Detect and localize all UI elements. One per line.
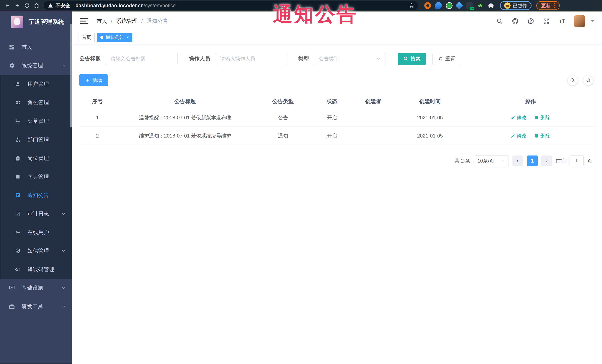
sidebar-item-online-users[interactable]: 在线用户 — [0, 223, 72, 242]
profile-paused-pill[interactable]: 已暂停 — [500, 1, 532, 10]
sidebar-item-audit-log[interactable]: 审计日志 — [0, 205, 72, 223]
security-warning-icon — [48, 3, 53, 8]
user-avatar[interactable] — [574, 15, 585, 27]
page-number-button[interactable]: 1 — [527, 156, 538, 166]
extension-switch-icon[interactable]: on — [466, 2, 473, 9]
breadcrumb-separator: / — [141, 18, 143, 24]
sidebar-item-notice-announcement[interactable]: 通知公告 — [0, 186, 72, 205]
tab-notice-announcement[interactable]: 通知公告 × — [97, 33, 132, 42]
search-button[interactable]: 搜索 — [398, 53, 426, 65]
refresh-icon — [586, 78, 591, 83]
sidebar-item-label: 用户管理 — [27, 80, 49, 88]
browser-forward-icon[interactable] — [13, 1, 22, 10]
sidebar-scrollbar[interactable] — [70, 24, 72, 127]
github-icon[interactable] — [512, 17, 519, 25]
table-row: 1 温馨提醒：2018-07-01 若依新版本发布啦 公告 开启 2021-01… — [79, 109, 595, 127]
security-warning-label: 不安全 — [56, 2, 70, 9]
chevron-down-icon — [61, 249, 66, 253]
notice-type-select[interactable]: 公告类型 — [314, 53, 386, 65]
address-bar[interactable]: 不安全 dashboard.yudao.iocoder.cn/system/no… — [44, 1, 419, 10]
sidebar-item-system-management[interactable]: 系统管理 — [0, 56, 72, 75]
extension-orange-ring-icon[interactable] — [424, 2, 431, 9]
notice-title-input[interactable] — [106, 53, 178, 65]
sidebar-item-dev-tools[interactable]: 研发工具 — [0, 297, 72, 316]
browser-reload-icon[interactable] — [23, 1, 31, 10]
sidebar-item-label: 首页 — [22, 43, 32, 51]
cell-title: 维护通知：2018-07-01 若依系统凌晨维护 — [116, 127, 255, 145]
pencil-icon — [511, 115, 515, 120]
prev-page-button[interactable] — [512, 156, 523, 166]
extension-sprout-icon[interactable]: ☘ — [477, 2, 484, 9]
sidebar-item-department-management[interactable]: 部门管理 — [0, 130, 72, 149]
sidebar-item-label: 基础设施 — [22, 284, 43, 292]
sidebar: 芋道管理系统 首页 系统管理 — [0, 11, 72, 364]
fullscreen-icon[interactable] — [543, 17, 550, 25]
delete-link[interactable]: 删除 — [534, 114, 550, 121]
sidebar-item-role-management[interactable]: 角色管理 — [0, 94, 72, 112]
chevron-down-icon — [61, 304, 66, 309]
sidebar-menu: 首页 系统管理 用户管理 — [0, 38, 72, 316]
font-size-icon[interactable]: тT — [558, 17, 566, 25]
hamburger-icon[interactable] — [80, 18, 88, 24]
sidebar-item-home[interactable]: 首页 — [0, 38, 72, 56]
breadcrumb: 首页 / 系统管理 / 通知公告 — [97, 17, 168, 25]
col-status: 状态 — [312, 94, 353, 109]
reset-button[interactable]: 重置 — [432, 53, 461, 65]
chevron-up-icon — [61, 63, 66, 68]
cell-created: 2021-01-05 — [394, 127, 466, 145]
org-tree-icon — [14, 137, 22, 143]
extension-blue-drop-icon[interactable] — [435, 2, 442, 9]
operator-input[interactable] — [215, 53, 287, 65]
sidebar-item-menu-management[interactable]: 菜单管理 — [0, 112, 72, 130]
next-page-button[interactable] — [541, 156, 552, 166]
chevron-down-icon — [501, 159, 505, 163]
toggle-search-button[interactable] — [568, 75, 578, 85]
bookmark-star-icon[interactable] — [409, 3, 414, 8]
sidebar-item-error-code-management[interactable]: 错误码管理 — [0, 260, 72, 279]
app-logo-row[interactable]: 芋道管理系统 — [0, 11, 72, 32]
delete-link[interactable]: 删除 — [534, 133, 550, 139]
sidebar-item-label: 在线用户 — [27, 229, 49, 236]
add-button[interactable]: 新增 — [79, 74, 108, 86]
system-submenu: 用户管理 角色管理 菜单管理 — [0, 75, 72, 279]
extensions-puzzle-icon[interactable] — [488, 2, 494, 9]
help-icon[interactable] — [527, 17, 535, 25]
browser-back-icon[interactable] — [3, 1, 12, 10]
cell-type: 通知 — [255, 127, 312, 145]
sidebar-item-label: 错误码管理 — [27, 266, 54, 273]
sidebar-item-user-management[interactable]: 用户管理 — [0, 75, 72, 94]
sidebar-item-label: 字典管理 — [27, 173, 49, 180]
notice-title-label: 公告标题 — [79, 55, 101, 62]
goto-page-input[interactable] — [570, 156, 584, 166]
operator-label: 操作人员 — [189, 55, 210, 62]
refresh-table-button[interactable] — [583, 75, 593, 85]
user-icon — [14, 81, 22, 87]
sidebar-item-post-management[interactable]: 岗位管理 — [0, 149, 72, 167]
edit-link[interactable]: 修改 — [511, 114, 527, 121]
browser-home-icon[interactable] — [32, 1, 41, 10]
audit-log-icon — [14, 211, 22, 217]
dashboard-icon — [8, 44, 16, 50]
col-index: 序号 — [79, 94, 116, 109]
tab-close-icon[interactable]: × — [126, 35, 129, 40]
extension-blue-gem-icon[interactable] — [455, 2, 463, 10]
sidebar-item-dict-management[interactable]: 字典管理 — [0, 167, 72, 186]
cell-creator — [353, 109, 394, 127]
navbar-actions: тT — [496, 15, 594, 27]
extension-green-circle-icon[interactable]: ✓ — [446, 2, 452, 9]
tab-home[interactable]: 首页 — [78, 33, 95, 42]
sidebar-item-infrastructure[interactable]: 基础设施 — [0, 279, 72, 297]
search-icon[interactable] — [496, 17, 503, 25]
avatar-caret-icon[interactable] — [591, 20, 594, 22]
edit-link[interactable]: 修改 — [511, 133, 527, 139]
breadcrumb-system[interactable]: 系统管理 — [116, 17, 138, 25]
col-actions: 操作 — [466, 94, 595, 109]
page-size-select[interactable]: 10条/页 — [474, 156, 509, 166]
sidebar-item-label: 短信管理 — [27, 247, 49, 255]
breadcrumb-home[interactable]: 首页 — [97, 17, 107, 25]
error-code-icon — [14, 267, 22, 272]
browser-menu-icon[interactable] — [554, 3, 555, 8]
browser-update-button[interactable]: 更新 — [536, 1, 560, 10]
sidebar-item-sms-management[interactable]: 短信管理 — [0, 242, 72, 260]
table-header-row: 序号 公告标题 公告类型 状态 创建者 创建时间 操作 — [79, 94, 595, 109]
